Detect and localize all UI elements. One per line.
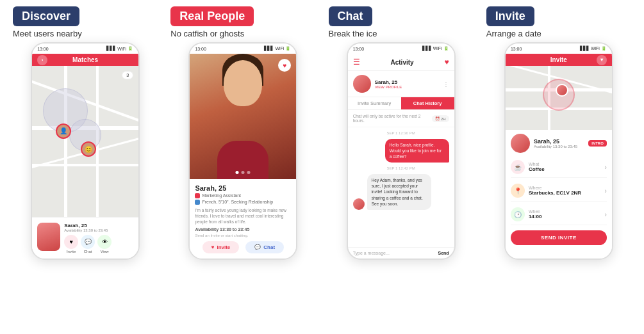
badge-real-people: Real People (170, 6, 254, 26)
status-bar-2: 13:00 ▋▋▋ WiFi 🔋 (190, 44, 296, 54)
view-btn[interactable]: 👁 View (97, 235, 111, 253)
recv-avatar (353, 198, 365, 210)
chevron-right-icon: › (605, 187, 607, 195)
invite-user-info: Sarah, 25 Availability 13:30 to 23:45 (534, 138, 577, 148)
status-icons-1: ▋▋▋ WiFi 🔋 (106, 46, 133, 51)
back-button[interactable]: ‹ (37, 55, 47, 65)
avatar-pin-2: 😊 (81, 141, 96, 157)
status-bar-3: 13:00 ▋▋▋ WiFi 🔋 (348, 44, 454, 54)
chat-date-2: SEP 1 12:42 PM (353, 166, 449, 170)
invite-when-info: When 14:00 (529, 209, 541, 219)
chevron-right-icon: › (605, 211, 607, 218)
phone-real-people: 13:00 ▋▋▋ WiFi 🔋 ♥ Sarah, (188, 42, 297, 260)
section-chat: Chat Break the ice 13:00 ▋▋▋ WiFi 🔋 ☰ Ac… (322, 6, 480, 328)
chat-btn[interactable]: 💬 Chat (81, 235, 95, 253)
status-icons-4: ▋▋▋ WiFi 🔋 (580, 46, 607, 51)
chat-bubble-sent: Hello Sarah, nice profile. Would you lik… (353, 139, 449, 163)
invite-avatar (511, 134, 530, 153)
matches-header: ‹ Matches (32, 54, 138, 66)
header-arrow[interactable]: ▾ (597, 55, 607, 65)
coffee-icon: ☕ (511, 160, 525, 174)
profile-bio: I'm a fairly active young lady looking t… (195, 207, 291, 225)
profile-photo-area: ♥ (190, 54, 296, 179)
tab-chat-history[interactable]: Chat History (401, 97, 454, 109)
view-icon: 👁 (97, 235, 111, 249)
chat-timer: ⏰ 2H (432, 115, 449, 122)
invite-map (506, 66, 612, 130)
phone-discover: 13:00 ▋▋▋ WiFi 🔋 ‹ Matches (31, 42, 140, 260)
avatar-pin-1: 👤 (56, 123, 71, 139)
job-icon (195, 193, 200, 198)
avail-note: Send an Invite or start chatting. (195, 234, 291, 237)
tab-invite-summary[interactable]: Invite Summary (348, 97, 401, 109)
profile-name: Sarah, 25 (195, 184, 291, 192)
profile-invite-btn[interactable]: ♥ Invite (202, 241, 240, 253)
map-area: 👤 😊 3 (32, 66, 138, 217)
received-message: Hey Adam, thanks, and yes sure, I just a… (367, 174, 431, 209)
profile-job: Marketing Assistant (195, 193, 291, 198)
dot-1 (236, 171, 239, 174)
more-icon[interactable]: ⋮ (443, 81, 449, 88)
chat-user-info: Sarah, 25 VIEW PROFILE (375, 79, 439, 89)
message-input[interactable]: Type a message... (353, 251, 436, 255)
invite-icon: ♥ (64, 235, 78, 249)
footer-actions: ♥ Invite 💬 Chat 👁 View (64, 235, 133, 253)
invite-what-info: What Coffee (529, 162, 545, 172)
invite-header: Invite ▾ (506, 54, 612, 66)
face (224, 60, 262, 106)
status-icons-3: ▋▋▋ WiFi 🔋 (422, 46, 449, 51)
chat-input-bar: Type a message... Send (348, 247, 454, 258)
menu-icon[interactable]: ☰ (353, 58, 360, 67)
invite-where-info: Where Starbucks, EC1V 2NR (529, 186, 581, 196)
chat-tabs: Invite Summary Chat History (348, 97, 454, 110)
status-bar-4: 13:00 ▋▋▋ WiFi 🔋 (506, 44, 612, 54)
profile-availability: Availability 13:30 to 23:45 (195, 227, 291, 232)
subtitle-real-people: No catfish or ghosts (170, 29, 244, 38)
chat-icon: 💬 (81, 235, 95, 249)
footer-availability: Availability 13:30 to 23:45 (64, 228, 133, 232)
invite-content: Sarah, 25 Availability 13:30 to 23:45 IN… (506, 130, 612, 258)
footer-info: Sarah, 25 Availability 13:30 to 23:45 ♥ … (64, 223, 133, 253)
footer-card: Sarah, 25 Availability 13:30 to 23:45 ♥ … (32, 217, 138, 258)
send-invite-button[interactable]: SEND INVITE (511, 230, 607, 245)
send-button[interactable]: Send (438, 251, 449, 255)
chevron-right-icon: › (605, 164, 607, 171)
invite-details: ☕ What Coffee › 📍 Where Starbucks, EC1V … (511, 157, 607, 225)
chat-title: Activity (391, 59, 414, 66)
status-icons-2: ▋▋▋ WiFi 🔋 (264, 46, 291, 51)
invite-user-row: Sarah, 25 Availability 13:30 to 23:45 IN… (511, 134, 607, 153)
clock-icon: 🕑 (511, 207, 525, 221)
subtitle-chat: Break the ice (329, 29, 377, 38)
badge-invite: Invite (486, 6, 534, 26)
person-photo (190, 54, 296, 179)
section-real-people: Real People No catfish or ghosts 13:00 ▋… (164, 6, 322, 328)
footer-name: Sarah, 25 (64, 223, 133, 228)
invite-user-avail: Availability 13:30 to 23:45 (534, 145, 577, 148)
chat-messages: SEP 1 12:30 PM Hello Sarah, nice profile… (348, 127, 454, 247)
profile-chat-btn[interactable]: 💬 Chat (245, 241, 284, 253)
heart-icon[interactable]: ♥ (445, 58, 449, 67)
map-road (32, 164, 138, 166)
invite-btn[interactable]: ♥ Invite (64, 235, 78, 253)
profile-actions: ♥ Invite 💬 Chat (195, 241, 291, 253)
photo-dots (236, 171, 251, 174)
view-profile-link[interactable]: VIEW PROFILE (375, 85, 439, 89)
status-bar-1: 13:00 ▋▋▋ WiFi 🔋 (32, 44, 138, 54)
invite-where[interactable]: 📍 Where Starbucks, EC1V 2NR › (511, 180, 607, 202)
subtitle-invite: Arrange a date (486, 29, 541, 38)
invite-when[interactable]: 🕑 When 14:00 › (511, 204, 607, 225)
intro-badge: INTRO (588, 140, 607, 147)
sent-message: Hello Sarah, nice profile. Would you lik… (385, 139, 449, 163)
lang-icon (195, 200, 200, 205)
subtitle-discover: Meet users nearby (13, 29, 82, 38)
section-invite: Invite Arrange a date 13:00 ▋▋▋ WiFi 🔋 I… (480, 6, 638, 328)
invite-what[interactable]: ☕ What Coffee › (511, 157, 607, 178)
match-count: 3 (122, 71, 133, 79)
invite-user-name: Sarah, 25 (534, 138, 577, 145)
invite-pin (556, 84, 568, 97)
chat-header: ☰ Activity ♥ (348, 54, 454, 71)
chat-username: Sarah, 25 (375, 79, 439, 85)
dot-3 (247, 171, 251, 174)
phone-invite: 13:00 ▋▋▋ WiFi 🔋 Invite ▾ (504, 42, 613, 260)
chat-bubble-received: Hey Adam, thanks, and yes sure, I just a… (353, 174, 449, 209)
